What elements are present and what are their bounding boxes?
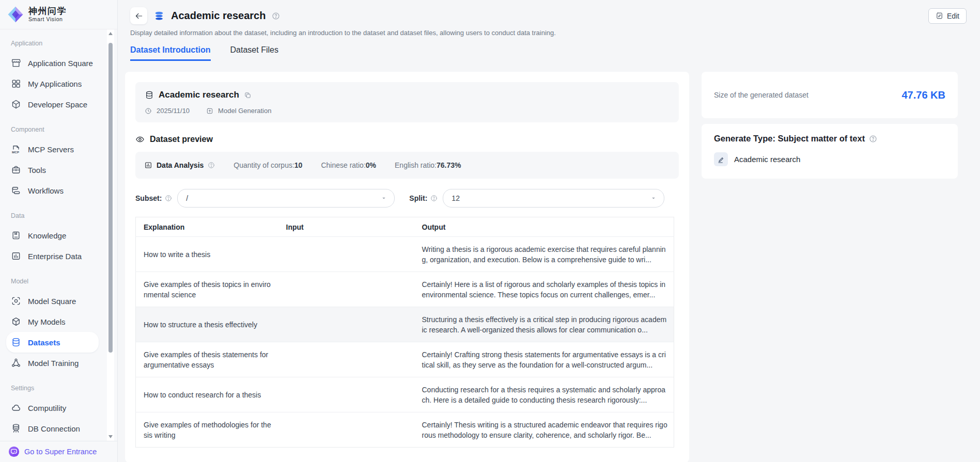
dataset-info-card: Academic research 2025/11/10 Model Gener… — [135, 82, 679, 122]
generate-type-title: Generate Type: Subject matter of text — [714, 134, 945, 144]
help-icon[interactable] — [208, 162, 215, 169]
table-row[interactable]: How to conduct research for a thesis Con… — [136, 377, 674, 412]
nav-section-settings: Settings Computility DB Connection — [0, 385, 106, 439]
eye-icon — [135, 135, 145, 144]
table-row[interactable]: How to write a thesis Writing a thesis i… — [136, 237, 674, 272]
dataset-type: Model Generation — [218, 107, 271, 115]
sidebar-item-my-applications[interactable]: My Applications — [0, 73, 106, 94]
logo-title: 神州问学 — [28, 7, 67, 17]
clock-icon — [145, 107, 152, 115]
table-row[interactable]: How to structure a thesis effectively St… — [136, 307, 674, 342]
cell-explanation: How to conduct research for a thesis — [136, 377, 278, 412]
page-description: Display detailed information about the d… — [130, 29, 967, 37]
cell-explanation: How to write a thesis — [136, 237, 278, 272]
sidebar-item-developer-space[interactable]: Developer Space — [0, 94, 106, 115]
nav-section-data: Data Knowledge Enterprise Data — [0, 212, 106, 266]
scrollbar-up-arrow-icon[interactable] — [108, 32, 113, 35]
table-row[interactable]: Give examples of thesis statements for a… — [136, 342, 674, 377]
db-server-icon — [11, 423, 21, 434]
sidebar-item-computility[interactable]: Computility — [0, 397, 106, 418]
generate-type-item: Academic research — [714, 152, 945, 166]
scrollbar-down-arrow-icon[interactable] — [108, 435, 113, 438]
sidebar-item-label: Application Square — [28, 59, 93, 68]
cell-input — [278, 412, 414, 448]
back-arrow-icon — [134, 11, 144, 21]
dataset-introduction-panel: Academic research 2025/11/10 Model Gener… — [125, 72, 689, 462]
sidebar-item-label: Datasets — [28, 338, 60, 347]
logo-text: 神州问学 Smart Vision — [28, 7, 67, 23]
sidebar-scrollbar[interactable] — [107, 29, 114, 441]
preview-table: Explanation Input Output How to write a … — [135, 217, 674, 448]
database-icon — [145, 90, 154, 100]
cell-explanation: Give examples of thesis topics in enviro… — [136, 272, 278, 307]
sidebar-item-datasets[interactable]: Datasets — [6, 332, 99, 353]
chevron-down-icon — [381, 195, 387, 201]
sidebar-item-label: Developer Space — [28, 100, 87, 109]
tab-dataset-introduction[interactable]: Dataset Introduction — [130, 45, 211, 61]
cell-explanation: Give examples of methodologies for thesi… — [136, 412, 278, 448]
back-button[interactable] — [130, 7, 147, 24]
subset-select[interactable]: / — [177, 189, 395, 208]
cell-input — [278, 272, 414, 307]
analysis-chart-icon — [144, 161, 152, 169]
cell-input — [278, 377, 414, 412]
stat-label: Chinese ratio: — [321, 161, 365, 169]
subset-label: Subset: — [135, 194, 162, 202]
edit-icon — [936, 12, 943, 20]
tab-dataset-files[interactable]: Dataset Files — [230, 45, 278, 61]
cell-input — [278, 307, 414, 342]
cell-output: Writing a thesis is a rigorous academic … — [414, 237, 674, 272]
section-label: Component — [0, 126, 106, 133]
dataset-size-value: 47.76 KB — [902, 89, 946, 101]
scrollbar-thumb[interactable] — [108, 43, 113, 353]
page-header: Academic research Edit Display detailed … — [118, 0, 980, 61]
section-label: Application — [0, 40, 106, 47]
subset-label-group: Subset: — [135, 194, 172, 202]
help-icon[interactable] — [272, 12, 280, 20]
copy-icon[interactable] — [244, 91, 252, 99]
section-label: Settings — [0, 385, 106, 392]
cube-scan-icon — [11, 296, 21, 306]
table-row[interactable]: Give examples of thesis topics in enviro… — [136, 272, 674, 307]
help-icon[interactable] — [869, 135, 877, 143]
logo-subtitle: Smart Vision — [28, 16, 67, 22]
dataset-size-label: Size of the generated dataset — [714, 91, 808, 99]
sidebar-item-workflows[interactable]: Workflows — [0, 180, 106, 201]
sidebar-item-enterprise-data[interactable]: Enterprise Data — [0, 246, 106, 266]
page-title: Academic research — [171, 10, 266, 22]
sidebar-item-my-models[interactable]: My Models — [0, 311, 106, 332]
sidebar-item-tools[interactable]: Tools — [0, 160, 106, 180]
database-icon — [11, 337, 21, 347]
table-row[interactable]: Give examples of methodologies for thesi… — [136, 412, 674, 448]
col-output: Output — [414, 217, 674, 237]
split-select[interactable]: 12 — [443, 189, 664, 208]
cell-input — [278, 237, 414, 272]
data-analysis-title: Data Analysis — [144, 161, 215, 169]
nav-section-model: Model Model Square My Models Datasets Mo… — [0, 278, 106, 373]
cell-output: Conducting research for a thesis require… — [414, 377, 674, 412]
stat-label: Quantity of corpus: — [234, 161, 294, 169]
sidebar-item-model-square[interactable]: Model Square — [0, 291, 106, 311]
sidebar-item-knowledge[interactable]: Knowledge — [0, 225, 106, 246]
workflow-icon — [11, 185, 21, 196]
dataset-preview-label: Dataset preview — [150, 135, 213, 144]
generate-type-card: Generate Type: Subject matter of text Ac… — [702, 124, 958, 179]
sidebar-item-application-square[interactable]: Application Square — [0, 53, 106, 73]
help-icon[interactable] — [165, 195, 172, 202]
storefront-icon — [11, 58, 21, 68]
pen-icon — [717, 155, 725, 164]
side-panel: Size of the generated dataset 47.76 KB G… — [702, 72, 958, 462]
mcp-file-icon — [11, 144, 21, 154]
app-logo[interactable]: 神州问学 Smart Vision — [0, 0, 117, 29]
super-entrance[interactable]: Go to Super Entrance — [0, 441, 117, 462]
stat-value: 0% — [366, 161, 376, 169]
generate-item-label: Academic research — [734, 155, 800, 164]
help-icon[interactable] — [430, 195, 438, 202]
sidebar-item-db-connection[interactable]: DB Connection — [0, 418, 106, 439]
cloud-icon — [11, 403, 21, 413]
edit-button[interactable]: Edit — [928, 8, 967, 24]
sidebar-item-mcp-servers[interactable]: MCP Servers — [0, 139, 106, 160]
sidebar-item-model-training[interactable]: Model Training — [0, 353, 106, 373]
sidebar-item-label: Model Training — [28, 359, 79, 368]
chevron-down-icon — [650, 195, 657, 201]
